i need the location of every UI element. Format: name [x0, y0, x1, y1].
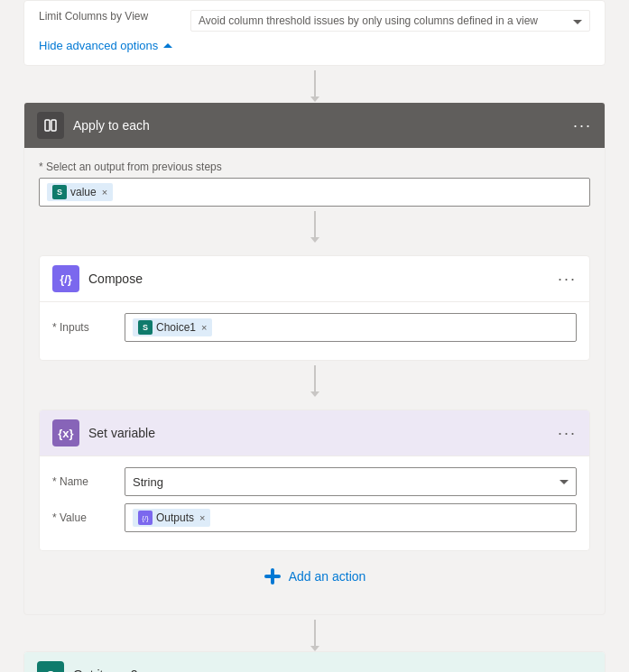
- limit-columns-card: Limit Columns by View Avoid column thres…: [23, 0, 606, 66]
- compose-menu-button[interactable]: ···: [558, 270, 577, 289]
- outputs-close[interactable]: ×: [199, 512, 205, 523]
- set-variable-menu-button[interactable]: ···: [558, 424, 577, 443]
- compose-icon: {/}: [52, 265, 79, 292]
- svg-rect-1: [51, 120, 56, 131]
- name-row: * Name String: [52, 467, 577, 496]
- value-tag-icon: S: [52, 185, 67, 199]
- value-row: * Value {/} Outputs ×: [52, 503, 577, 532]
- choice1-label: Choice1: [156, 321, 196, 334]
- get-items-header: S Get items 2 ···: [24, 652, 605, 672]
- add-action-label: Add an action: [289, 569, 366, 584]
- arrow-line-inner-2: [314, 365, 316, 392]
- apply-each-container: Apply to each ··· * Select an output fro…: [23, 102, 606, 615]
- get-items-menu-button[interactable]: ···: [573, 666, 592, 673]
- arrow-connector-inner-2: [39, 361, 590, 397]
- get-items-label: Get items 2: [73, 667, 138, 672]
- loop-icon: [43, 118, 58, 133]
- add-action-icon: [264, 567, 282, 585]
- compose-body: * Inputs S Choice1 ×: [40, 302, 589, 360]
- limit-columns-dropdown-arrow: [573, 14, 582, 27]
- apply-each-menu-button[interactable]: ···: [573, 116, 592, 135]
- compose-inputs-field[interactable]: S Choice1 ×: [125, 313, 577, 342]
- name-dropdown[interactable]: String: [125, 467, 577, 496]
- svg-rect-3: [271, 568, 274, 585]
- add-action-button[interactable]: Add an action: [264, 567, 366, 585]
- value-tag: S value ×: [47, 183, 113, 201]
- compose-title-group: {/} Compose: [52, 265, 143, 292]
- compose-inputs-value: S Choice1 ×: [125, 313, 577, 342]
- set-variable-card: {x} Set variable ··· * Name String: [39, 410, 590, 551]
- choice1-icon: S: [138, 320, 153, 335]
- compose-card: {/} Compose ··· * Inputs S: [39, 255, 590, 361]
- set-variable-icon: {x}: [52, 419, 79, 446]
- value-input-field[interactable]: {/} Outputs ×: [125, 503, 577, 532]
- hide-advanced-button[interactable]: Hide advanced options: [39, 39, 590, 52]
- value-label: * Value: [52, 511, 125, 524]
- set-variable-label: Set variable: [88, 426, 155, 440]
- caret-up-icon: [163, 43, 172, 48]
- value-tag-label: value: [70, 186, 97, 198]
- arrow-line-2: [314, 620, 316, 647]
- page-container: Limit Columns by View Avoid column thres…: [0, 0, 629, 672]
- select-output-label: * Select an output from previous steps: [39, 161, 590, 173]
- compose-label: Compose: [88, 272, 143, 286]
- outputs-tag: {/} Outputs ×: [133, 509, 210, 527]
- arrow-connector-inner-1: [39, 207, 590, 243]
- get-items-title-group: S Get items 2: [37, 661, 138, 672]
- name-label: * Name: [52, 475, 125, 488]
- arrow-connector-2: [314, 615, 316, 651]
- set-variable-header: {x} Set variable ···: [40, 410, 589, 456]
- limit-columns-label: Limit Columns by View: [39, 10, 183, 23]
- set-variable-title-group: {x} Set variable: [52, 419, 155, 446]
- arrow-line-1: [314, 70, 316, 97]
- arrow-connector-1: [314, 66, 316, 102]
- get-items-container: S Get items 2 ··· * Site Address Hardesh…: [23, 651, 606, 672]
- limit-columns-dropdown[interactable]: Avoid column threshold issues by only us…: [190, 10, 590, 32]
- select-output-field[interactable]: S value ×: [39, 178, 590, 207]
- arrow-line-inner-1: [314, 211, 316, 238]
- name-dropdown-arrow-icon: [560, 480, 569, 484]
- choice1-tag: S Choice1 ×: [133, 318, 212, 336]
- limit-columns-value: Avoid column threshold issues by only us…: [199, 14, 573, 27]
- apply-each-title-group: Apply to each: [37, 112, 150, 139]
- apply-each-header: Apply to each ···: [24, 103, 605, 148]
- add-action-area: Add an action: [39, 551, 590, 602]
- apply-each-body: * Select an output from previous steps S…: [24, 148, 605, 614]
- apply-each-label: Apply to each: [73, 118, 150, 133]
- apply-each-icon: [37, 112, 64, 139]
- choice1-close[interactable]: ×: [201, 322, 207, 333]
- limit-columns-row: Limit Columns by View Avoid column thres…: [39, 10, 590, 32]
- name-dropdown-value: String: [133, 475, 163, 489]
- get-items-icon: S: [37, 661, 64, 672]
- value-field: {/} Outputs ×: [125, 503, 577, 532]
- hide-advanced-label: Hide advanced options: [39, 39, 158, 52]
- compose-inputs-row: * Inputs S Choice1 ×: [52, 313, 577, 342]
- value-tag-close[interactable]: ×: [102, 187, 107, 198]
- svg-rect-0: [45, 120, 50, 131]
- outputs-label: Outputs: [156, 511, 194, 524]
- set-variable-body: * Name String * Value: [40, 456, 589, 550]
- compose-header: {/} Compose ···: [40, 256, 589, 302]
- add-action-svg-icon: [264, 567, 282, 585]
- name-value: String: [125, 467, 577, 496]
- compose-inputs-label: * Inputs: [52, 321, 125, 334]
- outputs-icon: {/}: [138, 511, 153, 525]
